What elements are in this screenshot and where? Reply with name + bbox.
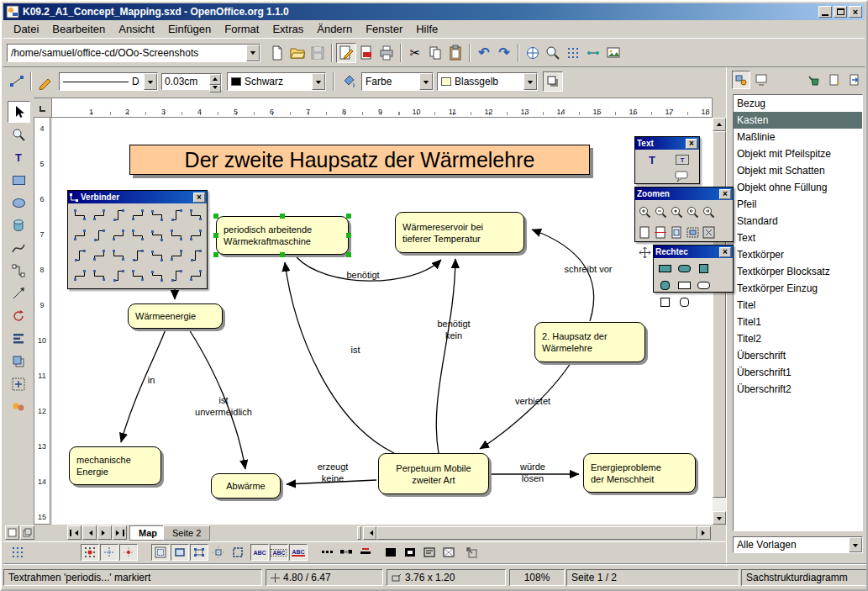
arrange-tool-button[interactable] <box>8 351 30 372</box>
status-page-template[interactable]: Sachstrukturdiagramm <box>741 569 868 586</box>
concept-node-energieprobleme[interactable]: Energieprobleme der Menschheit <box>583 453 696 493</box>
edge-label[interactable]: verbietet <box>515 395 550 407</box>
edit-points-button[interactable] <box>7 71 27 92</box>
open-button[interactable] <box>287 43 308 63</box>
connector-style-button[interactable] <box>70 245 89 266</box>
snap-frame-button[interactable] <box>229 544 247 561</box>
select-text-area-button[interactable]: ABC <box>270 544 288 561</box>
export-pdf-button[interactable] <box>356 43 376 63</box>
concept-node-mechanische-energie[interactable]: mechanische Energie <box>69 446 161 485</box>
tab-map[interactable]: Map <box>129 525 166 541</box>
connector-style-button[interactable] <box>186 245 205 266</box>
menu-item[interactable]: Extras <box>266 21 310 37</box>
paste-button[interactable] <box>445 43 466 63</box>
concept-node-perpetuum[interactable]: Perpetuum Mobile zweiter Art <box>378 453 489 494</box>
connector-style-button[interactable] <box>128 205 147 225</box>
layer-view-button[interactable] <box>20 525 34 540</box>
connector-style-button[interactable] <box>70 266 89 286</box>
connector-style-button[interactable] <box>108 245 128 266</box>
text-tool-button[interactable]: T <box>8 146 30 168</box>
selection-handle[interactable] <box>346 252 351 257</box>
rounded-rectangle-filled-button[interactable] <box>675 260 694 277</box>
connector-style-button[interactable] <box>186 205 205 225</box>
connector-style-button[interactable] <box>89 225 108 245</box>
connector-style-button[interactable] <box>147 245 166 266</box>
connector-style-button[interactable] <box>166 266 186 286</box>
style-list-item[interactable]: Objekt mit Schatten <box>734 162 862 179</box>
exit-all-groups-button[interactable] <box>462 544 481 561</box>
vertical-ruler[interactable]: 456789101112131415 <box>34 118 50 525</box>
large-handles-button[interactable] <box>337 544 355 561</box>
style-list-item[interactable]: Maßlinie <box>734 129 862 145</box>
style-list-item[interactable]: Pfeil <box>734 196 862 213</box>
scrollbar-thumb[interactable] <box>376 526 697 540</box>
cut-button[interactable]: ✂ <box>405 43 425 63</box>
connector-style-button[interactable] <box>147 205 166 225</box>
line-color-combobox[interactable]: Schwarz <box>227 72 326 91</box>
guides-visible-button[interactable] <box>100 544 118 561</box>
tab-seite-2[interactable]: Seite 2 <box>163 525 210 541</box>
line-contour-button[interactable] <box>439 544 458 561</box>
zoom-next-button[interactable] <box>701 202 717 222</box>
close-button[interactable]: × <box>849 6 862 18</box>
horizontal-ruler[interactable]: 123456789101112131415161718 <box>34 98 713 118</box>
connector-style-button[interactable] <box>89 245 108 266</box>
glue-points-button[interactable] <box>583 43 603 63</box>
connector-style-button[interactable] <box>166 225 186 245</box>
edge-label[interactable]: ist <box>351 344 360 356</box>
update-style-button[interactable] <box>845 71 864 89</box>
new-style-button[interactable] <box>825 71 844 89</box>
show-grid-button[interactable] <box>8 544 27 561</box>
zoom-button[interactable] <box>543 43 563 63</box>
rechtecke-palette-titlebar[interactable]: Rechtec × <box>654 245 733 258</box>
zoom-previous-button[interactable] <box>685 202 701 222</box>
status-page[interactable]: Seite 1 / 2 <box>566 569 739 586</box>
edge-label[interactable]: würde lösen <box>520 461 545 484</box>
concept-node-waermeenergie[interactable]: Wärmeenergie <box>128 303 223 329</box>
selection-handle[interactable] <box>213 214 218 219</box>
line-dialog-button[interactable] <box>35 71 55 92</box>
style-list-item[interactable]: Überschrift1 <box>734 364 862 381</box>
text-palette-titlebar[interactable]: Text × <box>635 137 699 150</box>
shadow-button[interactable] <box>543 71 563 92</box>
drawing-canvas[interactable]: Der zweite Haupsatz der Wärmelehre perio… <box>52 118 713 525</box>
zoom-in-button[interactable] <box>637 202 653 222</box>
spin-up-icon[interactable] <box>209 74 221 85</box>
modify-with-attributes-button[interactable] <box>356 544 375 561</box>
area-dialog-button[interactable] <box>338 71 358 92</box>
connector-style-button[interactable] <box>147 225 166 245</box>
style-list-item[interactable]: Überschrift <box>734 347 862 364</box>
diagram-title[interactable]: Der zweite Haupsatz der Wärmelehre <box>129 145 590 175</box>
concept-node-reservoir[interactable]: Wärmereservoir bei tieferer Temperatur <box>395 212 524 253</box>
style-list-item[interactable]: Titel <box>734 297 862 314</box>
effects-tool-button[interactable] <box>8 396 30 418</box>
zoom-tool-button[interactable] <box>8 124 30 145</box>
edit-file-button[interactable] <box>336 43 356 63</box>
snap-to-object-points-button[interactable] <box>190 544 208 561</box>
verbinder-palette-titlebar[interactable]: Verbinder × <box>68 191 207 203</box>
rounded-square-filled-button[interactable] <box>655 277 675 293</box>
selection-handle[interactable] <box>346 214 351 219</box>
fill-format-button[interactable] <box>805 71 823 89</box>
zoom-page-button[interactable] <box>637 222 653 242</box>
fit-text-to-frame-button[interactable]: T <box>667 151 697 168</box>
rectangle-unfilled-button[interactable] <box>675 277 694 293</box>
style-list-item[interactable]: Überschrift2 <box>734 381 862 398</box>
presentation-styles-button[interactable] <box>752 71 771 89</box>
graphic-styles-button[interactable] <box>732 71 750 89</box>
print-button[interactable] <box>376 43 397 63</box>
status-size[interactable]: 3.76 x 1.20 <box>387 569 506 586</box>
first-page-button[interactable] <box>67 525 82 540</box>
zoom-object-button[interactable] <box>685 222 701 242</box>
style-list-item[interactable]: Textkörper Blocksatz <box>734 263 862 280</box>
style-list-item[interactable]: Textkörper <box>734 246 862 263</box>
previous-page-button[interactable] <box>82 525 97 540</box>
save-button[interactable] <box>308 43 328 63</box>
connector-style-button[interactable] <box>128 245 147 266</box>
helplines-while-moving-button[interactable] <box>209 544 228 561</box>
alignment-tool-button[interactable] <box>8 328 30 350</box>
style-list-item[interactable]: Titel1 <box>734 314 862 330</box>
concept-node-hauptsatz[interactable]: 2. Haupsatz der Wärmelehre <box>534 322 645 362</box>
maximize-button[interactable] <box>834 6 847 18</box>
connector-style-button[interactable] <box>89 266 108 286</box>
